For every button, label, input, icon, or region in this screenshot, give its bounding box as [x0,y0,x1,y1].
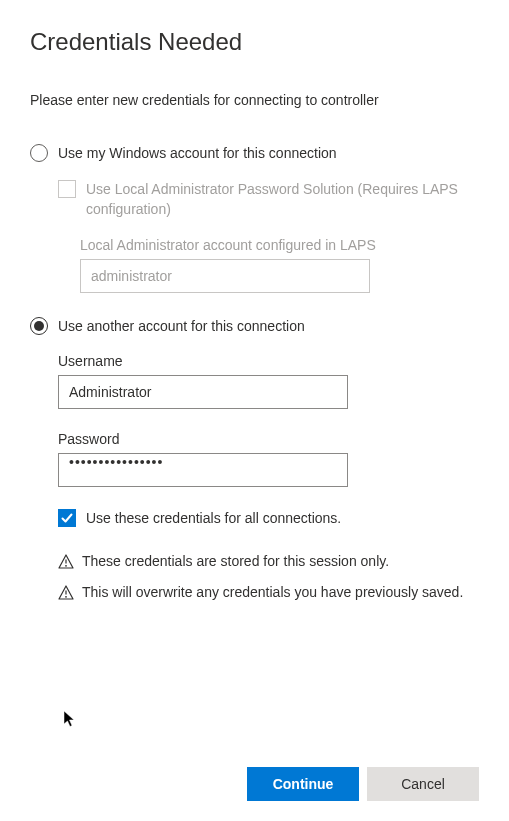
radio-windows-account[interactable] [30,144,48,162]
username-label: Username [58,353,479,369]
svg-point-1 [65,565,67,567]
check-icon [61,512,73,524]
option-windows-account: Use my Windows account for this connecti… [30,144,479,293]
warning-icon [58,585,74,601]
warning-icon [58,554,74,570]
checkbox-laps-label: Use Local Administrator Password Solutio… [86,180,479,219]
checkbox-use-for-all-label[interactable]: Use these credentials for all connection… [86,509,341,529]
username-input[interactable] [58,375,348,409]
svg-point-3 [65,596,67,598]
radio-another-account[interactable] [30,317,48,335]
button-bar: Continue Cancel [247,767,479,801]
cursor-icon [63,710,77,728]
option-another-account: Use another account for this connection … [30,317,479,601]
instruction-text: Please enter new credentials for connect… [30,92,479,108]
checkbox-use-for-all[interactable] [58,509,76,527]
continue-button[interactable]: Continue [247,767,359,801]
laps-account-input [80,259,370,293]
password-input[interactable]: •••••••••••••••• [58,453,348,487]
radio-another-account-label[interactable]: Use another account for this connection [58,318,305,334]
password-label: Password [58,431,479,447]
radio-windows-account-label[interactable]: Use my Windows account for this connecti… [58,145,337,161]
page-title: Credentials Needed [30,28,479,56]
warning-overwrite: This will overwrite any credentials you … [82,584,463,600]
warning-session-only: These credentials are stored for this se… [82,553,389,569]
radio-dot-icon [34,321,44,331]
laps-account-label: Local Administrator account configured i… [80,237,479,253]
cancel-button[interactable]: Cancel [367,767,479,801]
checkbox-laps [58,180,76,198]
